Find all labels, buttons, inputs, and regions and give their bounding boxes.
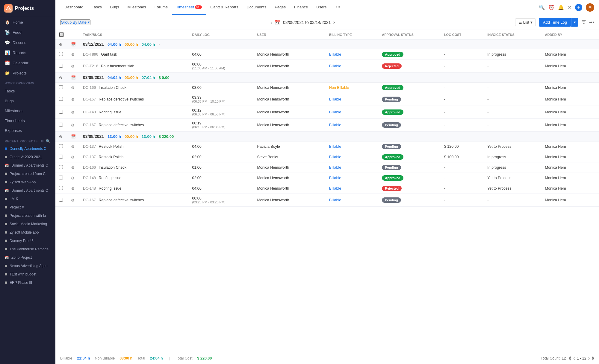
added-by-value: Monica Hem xyxy=(545,155,566,159)
nav-users[interactable]: Users xyxy=(312,0,331,15)
row-checkbox[interactable] xyxy=(59,97,63,101)
project-item-zylsoft-mobile[interactable]: Zylsoft Mobile app xyxy=(0,228,55,237)
collapse-icon[interactable]: ⊖ xyxy=(59,134,62,139)
row-checkbox[interactable] xyxy=(59,52,63,56)
row-checkbox[interactable] xyxy=(59,165,63,169)
task-name[interactable]: Restock Polish xyxy=(99,144,124,149)
daily-log-cell: 00:00 (03:28 PM - 03:28 PM) xyxy=(188,194,253,207)
row-checkbox[interactable] xyxy=(59,64,63,68)
nav-gantt[interactable]: Gantt & Reports xyxy=(206,0,242,15)
project-item-penthouse[interactable]: The Penthouse Remode xyxy=(0,245,55,253)
sidebar-item-home[interactable]: 🏠 Home xyxy=(0,17,55,27)
project-item-grade-v[interactable]: Grade V: 2020-2021 xyxy=(0,153,55,161)
project-item-creation-ia[interactable]: Project creation with Ia xyxy=(0,211,55,220)
add-time-log-button[interactable]: Add Time Log xyxy=(539,18,571,27)
list-view-button[interactable]: ☰ List ▾ xyxy=(515,18,536,26)
nav-pages[interactable]: Pages xyxy=(270,0,290,15)
task-name[interactable]: Roofing issue xyxy=(99,186,122,191)
bell-icon[interactable]: 🔔 xyxy=(558,4,564,10)
row-checkbox[interactable] xyxy=(59,110,63,114)
next-date-button[interactable]: › xyxy=(333,20,335,25)
user-name: Monica Hemsworth xyxy=(257,64,289,68)
sidebar-item-reports[interactable]: 📊 Reports xyxy=(0,48,55,58)
sidebar-item-calendar[interactable]: 📅 Calendar xyxy=(0,58,55,68)
nav-forums[interactable]: Forums xyxy=(150,0,172,15)
search-icon[interactable]: 🔍 xyxy=(539,4,545,10)
clock-icon[interactable]: ⏰ xyxy=(548,4,554,10)
sidebar-item-expenses[interactable]: Expenses xyxy=(0,126,55,135)
sidebar-item-feed[interactable]: 📡 Feed xyxy=(0,27,55,37)
task-name[interactable]: Gant task xyxy=(101,52,117,57)
nav-dashboard[interactable]: Dashboard xyxy=(60,0,88,15)
approval-status-cell: Rejected xyxy=(378,183,441,194)
task-icon-cell: ⚙ xyxy=(67,173,79,183)
log-cost-cell: - xyxy=(441,60,484,73)
task-name[interactable]: Insulation Check xyxy=(99,165,126,170)
task-name[interactable]: Replace defective switches xyxy=(99,198,144,202)
nav-timesheet[interactable]: Timesheet99+ xyxy=(172,0,206,15)
task-name[interactable]: Restock Polish xyxy=(99,155,124,159)
task-icon-cell: ⚙ xyxy=(67,49,79,60)
added-by-cell: Monica Hem xyxy=(541,106,599,119)
nav-finance[interactable]: Finance xyxy=(290,0,312,15)
avatar[interactable]: M xyxy=(586,3,594,12)
row-checkbox[interactable] xyxy=(59,144,63,148)
task-name[interactable]: Roofing issue xyxy=(99,176,122,180)
row-checkbox-cell xyxy=(55,93,67,106)
nav-tasks[interactable]: Tasks xyxy=(88,0,106,15)
project-item-dummy-pro[interactable]: Dummy Pro 43 xyxy=(0,237,55,245)
nav-bugs[interactable]: Bugs xyxy=(106,0,123,15)
sidebar-item-tasks[interactable]: Tasks xyxy=(0,86,55,96)
sidebar-item-projects[interactable]: 📁 Projects xyxy=(0,68,55,78)
more-options-icon[interactable]: ••• xyxy=(589,20,594,25)
task-name[interactable]: Pour basement slab xyxy=(101,64,134,68)
project-item-donnelly2[interactable]: 📅 Donnelly Apartments C xyxy=(0,161,55,170)
collapse-icon[interactable]: ⊖ xyxy=(59,75,62,80)
sidebar-item-bugs[interactable]: Bugs xyxy=(0,96,55,106)
collapse-icon[interactable]: ⊖ xyxy=(59,42,62,47)
sidebar-item-milestones[interactable]: Milestones xyxy=(0,106,55,116)
task-name[interactable]: Insulation Check xyxy=(99,86,126,90)
first-page-button[interactable]: ⟪ xyxy=(569,355,571,361)
nav-more[interactable]: ••• xyxy=(332,0,344,15)
row-checkbox[interactable] xyxy=(59,85,63,89)
next-page-button[interactable]: › xyxy=(588,356,590,361)
row-checkbox[interactable] xyxy=(59,186,63,190)
row-checkbox[interactable] xyxy=(59,123,63,127)
sidebar-item-discuss[interactable]: 💬 Discuss xyxy=(0,37,55,48)
prev-date-button[interactable]: ‹ xyxy=(271,20,272,25)
group-by-button[interactable]: Group By Date ▾ xyxy=(60,19,90,25)
project-item-iim-k[interactable]: IIM-K xyxy=(0,195,55,203)
task-type-icon: ⚙ xyxy=(71,165,75,170)
project-item-zylsoft-web[interactable]: Zylsoft Web App xyxy=(0,178,55,186)
project-item-erp-phase[interactable]: ERP Phase III xyxy=(0,278,55,287)
project-item-test-budget[interactable]: TEst with budget xyxy=(0,270,55,278)
project-item-social-media[interactable]: Social Media Marketing xyxy=(0,220,55,228)
row-checkbox[interactable] xyxy=(59,198,63,202)
task-name[interactable]: Roofing issue xyxy=(99,110,122,114)
task-name[interactable]: Replace defective switches xyxy=(99,123,144,127)
project-item-nexus[interactable]: Nexus Advertising Agen xyxy=(0,262,55,270)
calendar-picker-icon[interactable]: 📅 xyxy=(275,19,281,25)
row-checkbox[interactable] xyxy=(59,155,63,159)
sidebar-item-timesheets[interactable]: Timesheets xyxy=(0,116,55,126)
search-recent-icon[interactable]: 🔍 xyxy=(46,139,51,143)
project-item-project-x[interactable]: Project X xyxy=(0,203,55,211)
nav-documents[interactable]: Documents xyxy=(242,0,270,15)
list-label: List xyxy=(523,20,529,25)
close-icon[interactable]: ✕ xyxy=(568,4,571,10)
filter-icon[interactable] xyxy=(581,19,586,25)
last-page-button[interactable]: ⟫ xyxy=(592,355,594,361)
project-item-zoho[interactable]: 📅 Zoho Project xyxy=(0,253,55,262)
billing-type-cell: Billable xyxy=(326,183,378,194)
add-icon[interactable]: + xyxy=(575,4,582,11)
prev-page-button[interactable]: ‹ xyxy=(573,356,575,361)
nav-milestones[interactable]: Milestones xyxy=(123,0,150,15)
project-item-donnelly3[interactable]: 📅 Donnelly Apartments C xyxy=(0,186,55,195)
filter-recent-icon[interactable]: ⚙ xyxy=(40,139,44,143)
row-checkbox[interactable] xyxy=(59,176,63,179)
add-time-log-split-button[interactable]: ▾ xyxy=(571,18,578,27)
project-item-donnelly1[interactable]: Donnelly Apartments C xyxy=(0,144,55,153)
task-name[interactable]: Replace defective switches xyxy=(99,97,144,101)
project-item-created[interactable]: Project created from C xyxy=(0,170,55,178)
